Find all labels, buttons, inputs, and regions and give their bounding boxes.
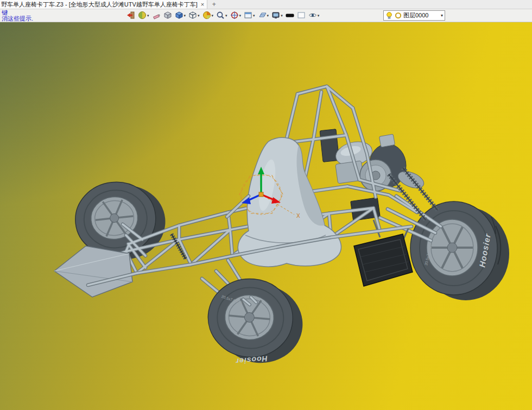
dropdown-caret: ▾ xyxy=(198,14,200,17)
dropdown-caret: ▾ xyxy=(281,14,283,17)
layer-name: 图层0000 xyxy=(403,11,439,20)
dropdown-caret: ▾ xyxy=(253,14,255,17)
datum-plane-icon xyxy=(258,11,267,20)
axis-x-label: X xyxy=(296,213,300,219)
hint-text: 键 消这些提示. xyxy=(2,10,33,22)
appearance-icon xyxy=(138,11,147,20)
zoom-icon xyxy=(216,11,225,20)
background-button[interactable]: ▾ xyxy=(271,10,283,20)
new-tab-button[interactable]: + xyxy=(207,0,220,9)
background-color-white-icon xyxy=(297,11,306,20)
dropdown-caret: ▾ xyxy=(184,14,186,17)
dropdown-caret: ▾ xyxy=(212,14,214,17)
tab-close-button[interactable]: × xyxy=(201,1,204,8)
render-style-icon xyxy=(202,11,211,20)
dropdown-caret: ▾ xyxy=(225,14,227,17)
document-tab-title: 野车单人座椅卡丁车.Z3 - [全地形大型成人沙滩UTV越野车单人座椅卡丁车] xyxy=(1,1,198,9)
window-button[interactable]: ▾ xyxy=(243,10,256,20)
toolbar-icons: ▾ ▾ ▾ ▾ ▾ xyxy=(126,10,320,20)
exit-icon xyxy=(126,11,135,20)
tab-bar: 野车单人座椅卡丁车.Z3 - [全地形大型成人沙滩UTV越野车单人座椅卡丁车] … xyxy=(0,0,532,9)
line-color-button[interactable] xyxy=(285,10,295,20)
visibility-button[interactable]: ▾ xyxy=(308,10,320,20)
layer-dropdown[interactable]: 图层0000 ▾ xyxy=(383,10,445,21)
paint-button[interactable] xyxy=(151,10,161,20)
viewport-canvas[interactable]: Hoosier 20.5x7.0R16 xyxy=(0,22,532,410)
wireframe-display-button[interactable]: ▾ xyxy=(188,10,200,20)
dropdown-caret: ▾ xyxy=(318,14,320,17)
background-color-button[interactable] xyxy=(296,10,306,20)
app-window: 野车单人座椅卡丁车.Z3 - [全地形大型成人沙滩UTV越野车单人座椅卡丁车] … xyxy=(0,0,532,410)
layer-dropdown-caret[interactable]: ▾ xyxy=(441,14,443,17)
dropdown-caret: ▾ xyxy=(239,14,242,17)
background-icon xyxy=(271,11,280,20)
viewport-3d[interactable]: Hoosier 20.5x7.0R16 xyxy=(0,22,532,410)
view-orientation-button[interactable]: ▾ xyxy=(230,10,242,20)
wireframe-display-icon xyxy=(188,11,197,20)
document-tab[interactable]: 野车单人座椅卡丁车.Z3 - [全地形大型成人沙滩UTV越野车单人座椅卡丁车] … xyxy=(0,0,207,9)
render-style-button[interactable]: ▾ xyxy=(202,10,214,20)
isometric-view-icon xyxy=(163,11,172,20)
layer-bulb-icon xyxy=(385,11,393,20)
exit-button[interactable] xyxy=(126,10,136,20)
zoom-button[interactable]: ▾ xyxy=(216,10,228,20)
appearance-button[interactable]: ▾ xyxy=(137,10,150,20)
nose-cone[interactable] xyxy=(54,246,132,297)
datum-plane-button[interactable]: ▾ xyxy=(257,10,270,20)
bottom-wheel[interactable]: Hoosier 20.5x7.0R16 xyxy=(204,275,306,371)
isometric-view-button[interactable] xyxy=(163,10,173,20)
view-orientation-icon xyxy=(230,11,239,20)
shaded-display-icon xyxy=(175,11,183,20)
eye-icon xyxy=(308,11,317,20)
view-toolbar: 键 消这些提示. ▾ ▾ ▾ xyxy=(0,9,532,22)
paint-icon xyxy=(152,11,161,20)
dropdown-caret: ▾ xyxy=(147,14,149,17)
layer-ring-icon xyxy=(395,12,402,19)
hint-line-2: 消这些提示. xyxy=(2,16,33,22)
line-color-black-icon xyxy=(286,11,294,20)
shaded-display-button[interactable]: ▾ xyxy=(174,10,187,20)
dropdown-caret: ▾ xyxy=(267,14,269,17)
window-icon xyxy=(244,11,252,20)
